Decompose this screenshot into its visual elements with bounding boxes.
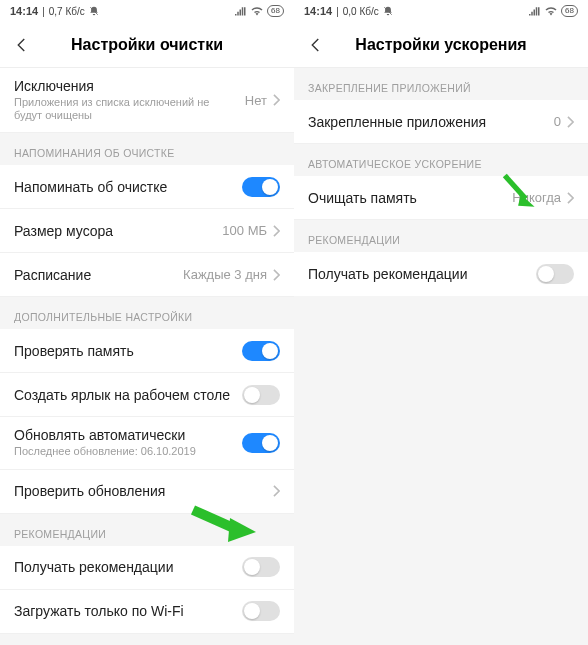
dnd-icon (89, 6, 99, 16)
chevron-right-icon (567, 192, 574, 204)
section-pinned: ЗАКРЕПЛЕНИЕ ПРИЛОЖЕНИЙ (294, 68, 588, 100)
row-exceptions[interactable]: Исключения Приложения из списка исключен… (0, 68, 294, 133)
chevron-left-icon (307, 36, 325, 54)
row-trash-size[interactable]: Размер мусора 100 МБ (0, 209, 294, 253)
value: Каждые 3 дня (183, 267, 267, 282)
wifi-icon (251, 6, 263, 16)
screen-boost-settings: 14:14 | 0,0 Кб/с 68 Настройки ускорения … (294, 0, 588, 645)
section-reminders: НАПОМИНАНИЯ ОБ ОЧИСТКЕ (0, 133, 294, 165)
signal-icon (529, 6, 541, 16)
value: Нет (245, 93, 267, 108)
label: Закрепленные приложения (308, 114, 546, 130)
row-shortcut[interactable]: Создать ярлык на рабочем столе (0, 373, 294, 417)
section-auto-boost: АВТОМАТИЧЕСКОЕ УСКОРЕНИЕ (294, 144, 588, 176)
chevron-right-icon (273, 225, 280, 237)
chevron-right-icon (273, 269, 280, 281)
row-get-recommendations[interactable]: Получать рекомендации (294, 252, 588, 296)
toggle[interactable] (242, 433, 280, 453)
status-time: 14:14 (10, 5, 38, 17)
toggle[interactable] (536, 264, 574, 284)
section-recommendations: РЕКОМЕНДАЦИИ (294, 220, 588, 252)
status-net: 0,0 Кб/с (343, 6, 379, 17)
label: Исключения (14, 78, 237, 94)
toggle[interactable] (242, 385, 280, 405)
row-check-memory[interactable]: Проверять память (0, 329, 294, 373)
label: Получать рекомендации (308, 266, 528, 282)
row-clean-memory[interactable]: Очищать память Никогда (294, 176, 588, 220)
label: Расписание (14, 267, 175, 283)
label: Загружать только по Wi-Fi (14, 603, 234, 619)
row-auto-update[interactable]: Обновлять автоматически Последнее обновл… (0, 417, 294, 469)
status-bar: 14:14 | 0,0 Кб/с 68 (294, 0, 588, 22)
chevron-left-icon (13, 36, 31, 54)
row-check-updates[interactable]: Проверить обновления (0, 470, 294, 514)
row-wifi-only[interactable]: Загружать только по Wi-Fi (0, 590, 294, 634)
label: Очищать память (308, 190, 504, 206)
battery-icon: 68 (561, 5, 578, 17)
chevron-right-icon (273, 94, 280, 106)
content: Исключения Приложения из списка исключен… (0, 68, 294, 645)
toggle[interactable] (242, 341, 280, 361)
label: Проверять память (14, 343, 234, 359)
dnd-icon (383, 6, 393, 16)
row-remind[interactable]: Напоминать об очистке (0, 165, 294, 209)
toggle[interactable] (242, 177, 280, 197)
value: 100 МБ (222, 223, 267, 238)
toggle[interactable] (242, 557, 280, 577)
content: ЗАКРЕПЛЕНИЕ ПРИЛОЖЕНИЙ Закрепленные прил… (294, 68, 588, 645)
screen-cleaning-settings: 14:14 | 0,7 Кб/с 68 Настройки очистки Ис… (0, 0, 294, 645)
chevron-right-icon (273, 485, 280, 497)
value: 0 (554, 114, 561, 129)
value: Никогда (512, 190, 561, 205)
label: Получать рекомендации (14, 559, 234, 575)
sublabel: Приложения из списка исключений не будут… (14, 96, 237, 122)
page-title: Настройки очистки (36, 36, 258, 54)
label: Размер мусора (14, 223, 214, 239)
chevron-right-icon (567, 116, 574, 128)
signal-icon (235, 6, 247, 16)
label: Обновлять автоматически (14, 427, 234, 443)
battery-icon: 68 (267, 5, 284, 17)
label: Проверить обновления (14, 483, 267, 499)
section-advanced: ДОПОЛНИТЕЛЬНЫЕ НАСТРОЙКИ (0, 297, 294, 329)
status-net: 0,7 Кб/с (49, 6, 85, 17)
header: Настройки ускорения (294, 22, 588, 68)
wifi-icon (545, 6, 557, 16)
section-recommendations: РЕКОМЕНДАЦИИ (0, 514, 294, 546)
label: Напоминать об очистке (14, 179, 234, 195)
label: Создать ярлык на рабочем столе (14, 387, 234, 403)
back-button[interactable] (8, 31, 36, 59)
status-bar: 14:14 | 0,7 Кб/с 68 (0, 0, 294, 22)
page-title: Настройки ускорения (330, 36, 552, 54)
back-button[interactable] (302, 31, 330, 59)
row-get-recommendations[interactable]: Получать рекомендации (0, 546, 294, 590)
status-time: 14:14 (304, 5, 332, 17)
header: Настройки очистки (0, 22, 294, 68)
row-schedule[interactable]: Расписание Каждые 3 дня (0, 253, 294, 297)
row-pinned-apps[interactable]: Закрепленные приложения 0 (294, 100, 588, 144)
toggle[interactable] (242, 601, 280, 621)
sublabel: Последнее обновление: 06.10.2019 (14, 445, 234, 458)
